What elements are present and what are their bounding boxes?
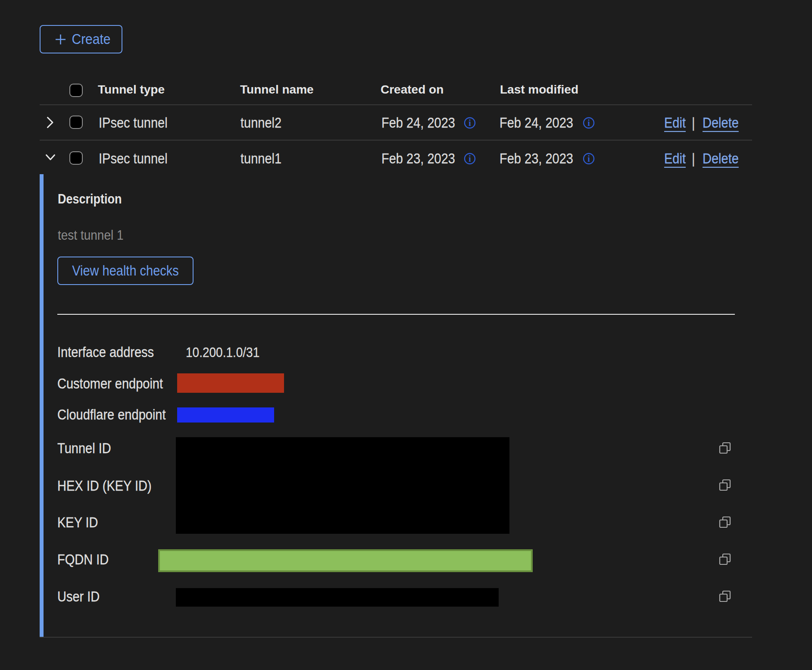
svg-text:i: i [468, 118, 471, 128]
svg-text:i: i [587, 154, 590, 163]
svg-text:i: i [587, 118, 590, 128]
svg-text:i: i [468, 154, 471, 163]
